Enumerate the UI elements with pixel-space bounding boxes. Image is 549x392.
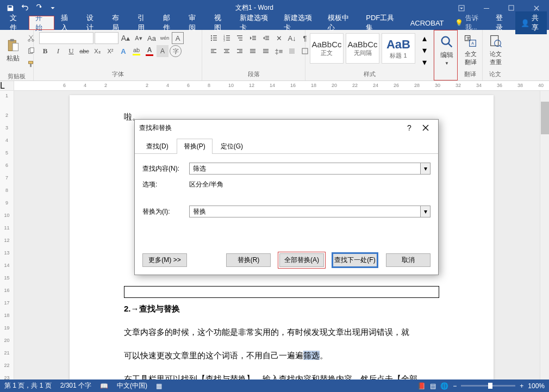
tab-layout[interactable]: 布局	[105, 16, 131, 30]
translate-button[interactable]: 文A全文 翻译	[460, 31, 482, 69]
phonetic-guide-icon[interactable]: wén	[159, 32, 171, 44]
font-size-combo[interactable]	[95, 32, 118, 44]
tab-references[interactable]: 引用	[131, 16, 157, 30]
undo-icon[interactable]	[17, 2, 32, 15]
ruler-vertical[interactable]: 1234567891011121314151617181920212223242…	[0, 91, 14, 379]
strikethrough-button[interactable]: abc	[78, 45, 90, 57]
editing-button[interactable]: 编辑 ▼	[436, 31, 458, 69]
justify-icon[interactable]	[247, 45, 259, 57]
qat-dropdown-icon[interactable]	[46, 2, 60, 15]
svg-rect-43	[250, 49, 255, 50]
tab-mail[interactable]: 邮件	[157, 16, 182, 30]
font-name-combo[interactable]	[39, 32, 93, 44]
more-button[interactable]: 更多(M) >>	[142, 253, 187, 267]
char-border-icon[interactable]: A	[172, 32, 184, 44]
tab-newtab1[interactable]: 新建选项卡	[233, 16, 277, 30]
distribute-icon[interactable]	[260, 45, 272, 57]
multilevel-icon[interactable]	[234, 32, 246, 44]
replace-button[interactable]: 替换(R)	[226, 253, 271, 267]
replace-input[interactable]	[189, 206, 421, 217]
zoom-thumb[interactable]	[488, 383, 492, 389]
tab-find[interactable]: 查找(D)	[139, 139, 176, 154]
bullets-icon[interactable]	[208, 32, 220, 44]
italic-button[interactable]: I	[52, 45, 64, 57]
underline-button[interactable]: U	[65, 45, 77, 57]
status-page[interactable]: 第 1 页，共 1 页	[4, 381, 52, 390]
group-font: A▴ A▾ Aa wén A B I U abc X₂ X² A ab A A …	[34, 30, 202, 80]
view-web-icon[interactable]: 🌐	[440, 382, 448, 390]
scroll-thumb[interactable]	[541, 102, 549, 134]
vertical-scrollbar[interactable]	[540, 91, 549, 379]
cancel-button[interactable]: 取消	[386, 253, 431, 267]
style-nospacing[interactable]: AaBbCc无间隔	[346, 33, 379, 64]
find-next-button[interactable]: 查找下一处(F)	[333, 253, 377, 267]
line-spacing-icon[interactable]: ‡≡	[273, 45, 285, 57]
redo-icon[interactable]	[32, 2, 46, 15]
dup-check-button[interactable]: 论文 查重	[485, 31, 507, 69]
enclose-char-icon[interactable]: 字	[170, 45, 182, 57]
numbering-icon[interactable]: 123	[221, 32, 233, 44]
styles-gallery[interactable]: AaBbCc正文 AaBbCc无间隔 AaB标题 1	[308, 31, 417, 66]
sort-icon[interactable]: A↓	[286, 32, 298, 44]
svg-rect-29	[252, 38, 256, 39]
view-print-icon[interactable]: ▤	[430, 382, 436, 390]
dialog-close-icon[interactable]	[417, 120, 434, 135]
align-right-icon[interactable]	[234, 45, 246, 57]
tab-acrobat[interactable]: ACROBAT	[404, 16, 451, 30]
tab-replace[interactable]: 替换(P)	[177, 139, 213, 154]
tab-goto[interactable]: 定位(G)	[214, 139, 250, 154]
highlight-icon[interactable]: ab	[130, 45, 142, 57]
indent-right-icon[interactable]	[260, 32, 272, 44]
replace-all-button[interactable]: 全部替换(A)	[279, 253, 324, 267]
find-dropdown-icon[interactable]: ▾	[421, 163, 431, 175]
tab-design[interactable]: 设计	[80, 16, 105, 30]
status-proofing-icon[interactable]: 📖	[100, 382, 108, 390]
svg-rect-2	[484, 8, 489, 9]
font-color-icon[interactable]: A	[144, 45, 155, 57]
status-language[interactable]: 中文(中国)	[117, 381, 147, 390]
bold-button[interactable]: B	[39, 45, 51, 57]
styles-scroll-down-icon[interactable]: ▾	[419, 44, 431, 56]
tell-me-search[interactable]: 💡告诉我...	[451, 14, 489, 32]
tab-pdftools[interactable]: PDF工具集	[359, 16, 403, 30]
asian-layout-icon[interactable]: ✕	[273, 32, 285, 44]
indent-left-icon[interactable]	[247, 32, 259, 44]
styles-scroll-up-icon[interactable]: ▴	[419, 32, 431, 44]
zoom-in-icon[interactable]: +	[520, 382, 523, 390]
align-left-icon[interactable]	[208, 45, 220, 57]
zoom-level[interactable]: 100%	[528, 382, 545, 390]
tab-file[interactable]: 文件	[3, 16, 29, 30]
share-button[interactable]: 👤共享	[515, 11, 547, 34]
superscript-button[interactable]: X²	[104, 45, 116, 57]
style-normal[interactable]: AaBbCc正文	[310, 33, 344, 64]
tab-template[interactable]: 模板中心	[321, 16, 359, 30]
paste-button[interactable]: 粘贴	[2, 31, 24, 69]
tab-newtab2[interactable]: 新建选项卡	[277, 16, 321, 30]
tab-home[interactable]: 开始	[29, 16, 54, 30]
zoom-out-icon[interactable]: −	[453, 382, 457, 390]
tab-insert[interactable]: 插入	[54, 16, 80, 30]
status-words[interactable]: 2/301 个字	[60, 381, 91, 390]
ruler-horizontal[interactable]: L 64224681012141618202224262830323436384…	[0, 81, 549, 91]
dialog-help-icon[interactable]: ?	[401, 120, 417, 135]
subscript-button[interactable]: X₂	[91, 45, 103, 57]
tab-view[interactable]: 视图	[208, 16, 233, 30]
dialog-titlebar[interactable]: 查找和替换 ?	[135, 120, 438, 136]
shrink-font-icon[interactable]: A▾	[133, 32, 145, 44]
char-shading-icon[interactable]: A	[157, 45, 169, 57]
zoom-slider[interactable]	[461, 385, 515, 387]
change-case-icon[interactable]: Aa	[146, 32, 158, 44]
styles-more-icon[interactable]: ▾	[419, 56, 431, 68]
view-read-icon[interactable]: 📕	[417, 382, 426, 390]
save-icon[interactable]	[3, 2, 17, 15]
lightbulb-icon: 💡	[455, 19, 463, 27]
align-center-icon[interactable]	[221, 45, 233, 57]
style-heading1[interactable]: AaB标题 1	[382, 33, 415, 64]
status-macro-icon[interactable]: ▦	[156, 382, 162, 390]
grow-font-icon[interactable]: A▴	[120, 32, 132, 44]
text-effects-icon[interactable]: A	[117, 45, 129, 57]
replace-dropdown-icon[interactable]: ▾	[421, 206, 431, 217]
tab-review[interactable]: 审阅	[182, 16, 208, 30]
find-input[interactable]	[189, 163, 421, 175]
shading-icon[interactable]	[286, 45, 298, 57]
